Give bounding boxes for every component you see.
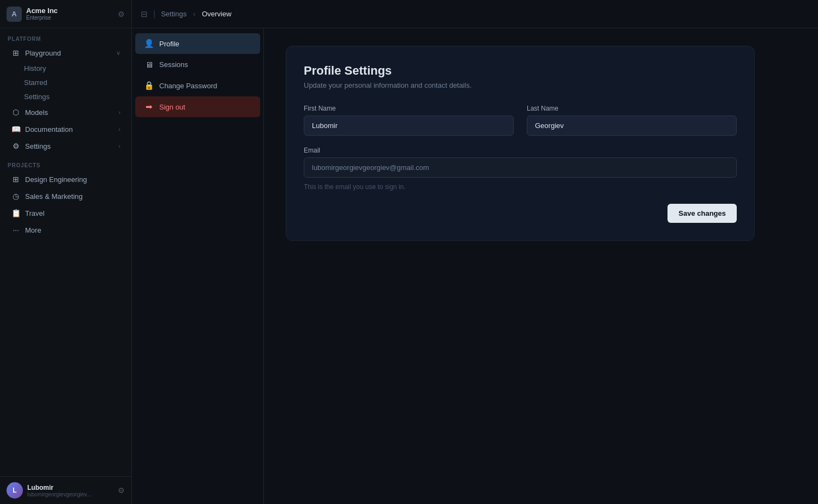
profile-nav-label: Profile — [159, 40, 179, 48]
app-logo: A — [7, 7, 22, 22]
sidebar-item-label-history: History — [24, 64, 46, 72]
projects-label: Projects — [0, 155, 131, 171]
sidebar-item-label-settings-sub: Settings — [24, 93, 50, 101]
sidebar-item-settings-sub[interactable]: Settings — [3, 90, 128, 104]
main: ⊟ | Settings › Overview 👤 Profile 🖥 Sess… — [132, 0, 818, 504]
sidebar-brand[interactable]: A Acme Inc Enterprise — [7, 7, 58, 22]
sidebar-item-label-playground: Playground — [25, 49, 61, 57]
user-settings-icon[interactable]: ⚙ — [118, 486, 125, 495]
sidebar-settings-icon[interactable]: ⚙ — [118, 10, 125, 19]
topbar-divider: | — [153, 9, 155, 19]
sessions-nav-icon: 🖥 — [144, 60, 154, 69]
app-name-title: Acme Inc — [26, 7, 58, 15]
sidebar-item-label-settings: Settings — [25, 142, 51, 150]
profile-nav-icon: 👤 — [144, 39, 154, 48]
change-password-nav-label: Change Password — [159, 82, 217, 90]
settings-nav-sessions[interactable]: 🖥 Sessions — [135, 54, 260, 75]
sidebar-toggle-icon[interactable]: ⊟ — [141, 9, 148, 19]
settings-icon: ⚙ — [11, 142, 21, 150]
sidebar-user-section: L Lubomir lubomirgeorgievgeorgiev... ⚙ — [0, 476, 131, 504]
sidebar-item-starred[interactable]: Starred — [3, 76, 128, 89]
profile-settings-title: Profile Settings — [304, 64, 737, 78]
settings-sidebar: 👤 Profile 🖥 Sessions 🔒 Change Password ➡… — [132, 28, 264, 504]
last-name-group: Last Name — [527, 105, 737, 136]
design-icon: ⊞ — [11, 175, 21, 184]
save-button[interactable]: Save changes — [667, 204, 737, 223]
app-tier: Enterprise — [26, 15, 58, 21]
user-email: lubomirgeorgievgeorgiev... — [27, 491, 91, 497]
content-area: 👤 Profile 🖥 Sessions 🔒 Change Password ➡… — [132, 28, 818, 504]
settings-nav-sign-out[interactable]: ➡ Sign out — [135, 96, 260, 117]
sidebar-user[interactable]: L Lubomir lubomirgeorgievgeorgiev... — [7, 482, 91, 499]
first-name-label: First Name — [304, 105, 514, 112]
models-chevron: › — [118, 109, 121, 116]
playground-icon: ⊞ — [11, 48, 21, 57]
playground-chevron: ∨ — [116, 50, 121, 57]
name-row: First Name Last Name — [304, 105, 737, 136]
sidebar-item-design[interactable]: ⊞ Design Engineering — [3, 171, 128, 187]
sidebar-item-label-sales: Sales & Marketing — [25, 192, 83, 201]
sidebar-item-settings[interactable]: ⚙ Settings › — [3, 138, 128, 154]
avatar: L — [7, 482, 23, 499]
platform-label: Platform — [0, 28, 131, 44]
email-hint: This is the email you use to sign in. — [304, 183, 737, 191]
sidebar-item-history[interactable]: History — [3, 62, 128, 75]
sidebar: A Acme Inc Enterprise ⚙ Platform ⊞ Playg… — [0, 0, 132, 504]
profile-card: Profile Settings Update your personal in… — [286, 46, 755, 241]
sessions-nav-label: Sessions — [159, 60, 188, 69]
settings-nav-change-password[interactable]: 🔒 Change Password — [135, 75, 260, 96]
sidebar-item-documentation[interactable]: 📖 Documentation › — [3, 121, 128, 137]
sign-out-nav-icon: ➡ — [144, 102, 154, 112]
settings-chevron: › — [118, 143, 121, 149]
models-icon: ⬡ — [11, 108, 21, 117]
sidebar-item-label-design: Design Engineering — [25, 175, 87, 184]
first-name-input[interactable] — [304, 116, 514, 136]
sign-out-nav-label: Sign out — [159, 103, 185, 111]
app-name-block: Acme Inc Enterprise — [26, 7, 58, 22]
sidebar-item-label-documentation: Documentation — [25, 125, 73, 133]
breadcrumb-settings[interactable]: Settings — [161, 10, 187, 18]
sidebar-item-playground[interactable]: ⊞ Playground ∨ — [3, 45, 128, 61]
form-actions: Save changes — [304, 204, 737, 223]
change-password-nav-icon: 🔒 — [144, 81, 154, 90]
breadcrumb-separator: › — [193, 10, 195, 18]
email-input[interactable] — [304, 157, 737, 178]
sidebar-item-more[interactable]: ··· More — [3, 222, 128, 238]
sidebar-item-label-models: Models — [25, 108, 48, 117]
documentation-icon: 📖 — [11, 125, 21, 133]
sidebar-item-label-more: More — [25, 226, 41, 234]
sidebar-item-label-starred: Starred — [24, 78, 47, 87]
first-name-group: First Name — [304, 105, 514, 136]
sidebar-header: A Acme Inc Enterprise ⚙ — [0, 0, 131, 28]
last-name-input[interactable] — [527, 116, 737, 136]
email-group: Email This is the email you use to sign … — [304, 147, 737, 191]
email-label: Email — [304, 147, 737, 154]
last-name-label: Last Name — [527, 105, 737, 112]
sidebar-item-models[interactable]: ⬡ Models › — [3, 104, 128, 120]
sidebar-item-travel[interactable]: 📋 Travel — [3, 205, 128, 221]
travel-icon: 📋 — [11, 209, 21, 217]
settings-nav-profile[interactable]: 👤 Profile — [135, 33, 260, 54]
user-name: Lubomir — [27, 484, 91, 491]
sales-icon: ◷ — [11, 192, 21, 201]
user-info: Lubomir lubomirgeorgievgeorgiev... — [27, 484, 91, 497]
topbar: ⊟ | Settings › Overview — [132, 0, 818, 28]
documentation-chevron: › — [118, 126, 121, 132]
profile-settings-subtitle: Update your personal information and con… — [304, 81, 737, 89]
sidebar-item-sales[interactable]: ◷ Sales & Marketing — [3, 188, 128, 204]
profile-panel: Profile Settings Update your personal in… — [264, 28, 818, 504]
more-icon: ··· — [11, 226, 21, 234]
sidebar-item-label-travel: Travel — [25, 209, 45, 217]
breadcrumb-overview: Overview — [202, 10, 231, 18]
